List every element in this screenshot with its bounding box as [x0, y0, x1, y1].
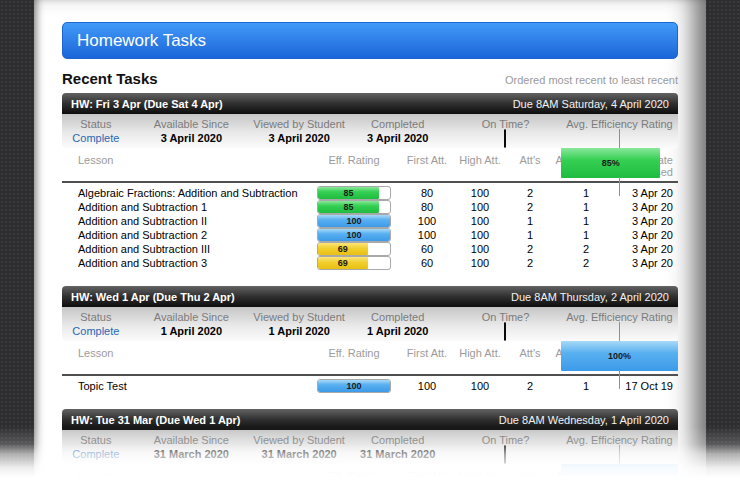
- efficiency-bar-fill: 100%: [561, 464, 678, 482]
- lesson-column-header: Lesson: [62, 470, 306, 482]
- homework-card: HW: Wed 1 Apr (Due Thu 2 Apr) Due 8AM Th…: [62, 286, 678, 396]
- order-note: Ordered most recent to least recent: [505, 74, 678, 86]
- viewed-by-student-value: 1 April 2020: [253, 325, 345, 337]
- status-column: Status Complete: [62, 114, 130, 148]
- high-att-value: 100: [452, 257, 508, 269]
- lesson-row: Addition and Subtraction III 69 60 100 2…: [62, 242, 678, 256]
- eff-rating-value: 100: [346, 216, 361, 226]
- eff-rating-cell: 100: [306, 214, 402, 228]
- eff-rating-bar: 100: [317, 214, 391, 228]
- first-att-value: 100: [402, 215, 452, 227]
- first-att-value: 100: [402, 380, 452, 392]
- first-att-value: 60: [402, 257, 452, 269]
- eff-rating-bar: 100: [317, 228, 391, 242]
- atts-to-pass-value: 2: [552, 243, 620, 255]
- eff-rating-bar-fill: 69: [318, 257, 368, 269]
- available-since-value: 31 March 2020: [130, 448, 253, 460]
- first-att-value: 60: [402, 243, 452, 255]
- completed-label: Completed: [345, 434, 450, 446]
- date-passed-value: 3 Apr 20: [620, 229, 678, 241]
- atts-to-pass-value: 2: [552, 257, 620, 269]
- eff-rating-value: 85: [344, 188, 354, 198]
- lesson-table-body: Algebraic Fractions: Addition and Subtra…: [62, 183, 678, 270]
- eff-rating-value: 100: [346, 381, 361, 391]
- section-title: Recent Tasks: [62, 70, 158, 87]
- efficiency-progress-bar: 100%: [561, 445, 678, 482]
- card-title: HW: Wed 1 Apr (Due Thu 2 Apr): [71, 291, 235, 303]
- eff-rating-cell: 85: [306, 200, 402, 214]
- atts-value: 1: [508, 215, 552, 227]
- viewed-by-student-value: 3 April 2020: [253, 132, 345, 144]
- card-header-bar[interactable]: HW: Fri 3 Apr (Due Sat 4 Apr) Due 8AM Sa…: [62, 93, 678, 114]
- eff-rating-bar-fill: 85: [318, 201, 379, 213]
- lesson-row: Algebraic Fractions: Addition and Subtra…: [62, 186, 678, 200]
- status-label: Status: [62, 118, 130, 130]
- lesson-row: Addition and Subtraction 1 85 80 100 2 1…: [62, 200, 678, 214]
- atts-value: 1: [508, 229, 552, 241]
- atts-value: 2: [508, 187, 552, 199]
- viewed-by-student-column: Viewed by Student 1 April 2020: [253, 307, 345, 341]
- efficiency-percent-value: 85%: [602, 158, 620, 168]
- card-status-strip: Status Complete Available Since 3 April …: [62, 114, 678, 148]
- lesson-name: Topic Test: [62, 380, 306, 392]
- atts-column-header: Att's: [508, 154, 552, 166]
- status-value[interactable]: Complete: [62, 132, 130, 144]
- high-att-value: 100: [452, 229, 508, 241]
- eff-rating-cell: 100: [306, 379, 402, 393]
- lesson-row: Addition and Subtraction II 100 100 100 …: [62, 214, 678, 228]
- status-label: Status: [62, 311, 130, 323]
- lesson-name: Addition and Subtraction III: [62, 243, 306, 255]
- lesson-row: Topic Test 100 100 100 2 1 17 Oct 19: [62, 379, 678, 393]
- efficiency-column: Avg. Efficiency Rating 85%: [561, 114, 678, 148]
- viewed-by-student-column: Viewed by Student 31 March 2020: [253, 430, 345, 464]
- high-att-value: 100: [452, 380, 508, 392]
- eff-rating-bar-fill: 100: [318, 229, 390, 241]
- available-since-column: Available Since 3 April 2020: [130, 114, 253, 148]
- completed-column: Completed 1 April 2020: [345, 307, 450, 341]
- date-passed-value: 3 Apr 20: [620, 201, 678, 213]
- card-status-strip: Status Complete Available Since 1 April …: [62, 307, 678, 341]
- eff-rating-bar: 85: [317, 200, 391, 214]
- completed-column: Completed 31 March 2020: [345, 430, 450, 464]
- eff-rating-value: 69: [338, 258, 348, 268]
- lesson-name: Addition and Subtraction 3: [62, 257, 306, 269]
- high-att-column-header: High Att.: [452, 347, 508, 359]
- first-att-column-header: First Att.: [402, 154, 452, 166]
- atts-column-header: Att's: [508, 470, 552, 482]
- available-since-value: 3 April 2020: [130, 132, 253, 144]
- on-time-column: On Time?: [450, 114, 561, 148]
- first-att-column-header: First Att.: [402, 470, 452, 482]
- status-value[interactable]: Complete: [62, 325, 130, 337]
- card-header-bar[interactable]: HW: Wed 1 Apr (Due Thu 2 Apr) Due 8AM Th…: [62, 286, 678, 307]
- completed-label: Completed: [345, 118, 450, 130]
- status-value[interactable]: Complete: [62, 448, 130, 460]
- date-passed-value: 3 Apr 20: [620, 215, 678, 227]
- atts-to-pass-value: 1: [552, 229, 620, 241]
- status-column: Status Complete: [62, 307, 130, 341]
- lesson-column-header: Lesson: [62, 347, 306, 359]
- eff-rating-bar-fill: 100: [318, 380, 390, 392]
- eff-rating-cell: 85: [306, 186, 402, 200]
- card-due-date: Due 8AM Saturday, 4 April 2020: [513, 98, 669, 110]
- card-header-bar[interactable]: HW: Tue 31 Mar (Due Wed 1 Apr) Due 8AM W…: [62, 409, 678, 430]
- atts-to-pass-value: 1: [552, 380, 620, 392]
- homework-card: HW: Fri 3 Apr (Due Sat 4 Apr) Due 8AM Sa…: [62, 93, 678, 273]
- on-time-bar: [504, 322, 506, 341]
- section-header-row: Recent Tasks Ordered most recent to leas…: [62, 70, 678, 89]
- app-title-banner: Homework Tasks: [62, 22, 678, 59]
- atts-value: 2: [508, 201, 552, 213]
- status-column: Status Complete: [62, 430, 130, 464]
- efficiency-column: Avg. Efficiency Rating 100%: [561, 430, 678, 464]
- eff-rating-bar: 85: [317, 186, 391, 200]
- efficiency-percent-value: 100%: [608, 351, 631, 361]
- efficiency-bar-fill: 85%: [561, 148, 660, 178]
- lesson-column-header: Lesson: [62, 154, 306, 166]
- lesson-name: Addition and Subtraction 2: [62, 229, 306, 241]
- completed-value: 3 April 2020: [345, 132, 450, 144]
- viewed-by-student-label: Viewed by Student: [253, 434, 345, 446]
- eff-rating-cell: 69: [306, 242, 402, 256]
- eff-rating-value: 85: [344, 202, 354, 212]
- atts-value: 2: [508, 243, 552, 255]
- high-att-column-header: High Att.: [452, 470, 508, 482]
- available-since-column: Available Since 1 April 2020: [130, 307, 253, 341]
